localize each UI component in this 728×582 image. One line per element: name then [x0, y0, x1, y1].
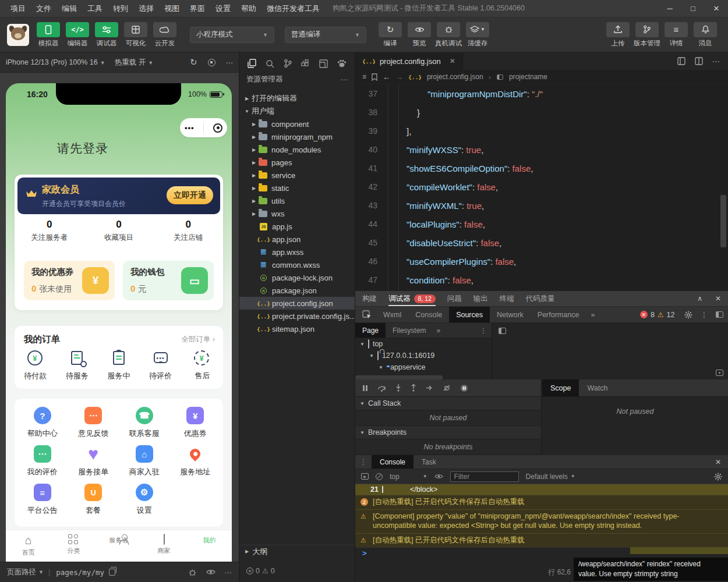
console-tab-Console[interactable]: Console	[372, 455, 414, 469]
menu-转到[interactable]: 转到	[108, 2, 133, 16]
menu-设置[interactable]: 设置	[211, 2, 235, 16]
split-editor-icon[interactable]	[677, 57, 685, 65]
grid-设置[interactable]: ⚙设置	[119, 484, 170, 522]
console-message[interactable]: ⚠[Component] property "value" of "minipr…	[355, 509, 728, 533]
close-button[interactable]: ✕	[705, 0, 728, 17]
toolbar-button-预览[interactable]: 预览	[405, 22, 434, 48]
tree-item-打开的编辑器[interactable]: ▶打开的编辑器	[239, 92, 355, 105]
menu-界面[interactable]: 界面	[185, 2, 210, 16]
files-icon[interactable]	[248, 59, 256, 68]
menu-选择[interactable]: 选择	[134, 2, 158, 16]
deactivate-breakpoints-icon[interactable]	[443, 385, 451, 392]
gear-icon[interactable]	[684, 311, 692, 319]
tree-item-project.private.config.js...[interactable]: {..}project.private.config.js...	[239, 310, 355, 322]
tab-Watch[interactable]: Watch	[579, 379, 616, 396]
minimize-button[interactable]: ─	[658, 0, 681, 17]
mode-select[interactable]: 小程序模式▼	[190, 27, 274, 43]
sources-tree-appservice[interactable]: ▼appservice	[355, 361, 492, 373]
console-tab-Task[interactable]: Task	[414, 455, 444, 469]
grid-意见反馈[interactable]: ⋯意见反馈	[68, 407, 119, 445]
grid-商家入驻[interactable]: ⌂商家入驻	[119, 445, 170, 484]
toolbar-button-清缓存[interactable]: ▼清缓存	[463, 22, 492, 48]
tree-item-app.wxss[interactable]: ≣app.wxss	[239, 246, 355, 258]
code-area[interactable]: 37"miniprogramNpmDistDir": "./"38}39],40…	[355, 84, 728, 291]
toolbar-button-调试器[interactable]: 调试器	[92, 22, 121, 48]
sources-pane-tab-Filesystem[interactable]: Filesystem	[386, 323, 433, 338]
grid-服务接单[interactable]: ♥服务接单	[68, 445, 119, 484]
menu-文件[interactable]: 文件	[31, 2, 56, 16]
toolbar-button-详情[interactable]: ≡详情	[662, 22, 691, 48]
devtools-tab-Network[interactable]: Network	[490, 307, 531, 322]
toolbar-button-模拟器[interactable]: 模拟器	[34, 22, 63, 48]
breadcrumb-file[interactable]: project.config.json	[427, 73, 483, 81]
step-icon[interactable]	[426, 385, 433, 391]
more-icon[interactable]: ⋯	[226, 58, 234, 67]
toolbar-button-编辑器[interactable]: </>编辑器	[63, 22, 92, 48]
panel-tab-构建[interactable]: 构建	[362, 291, 377, 306]
tab-服务者[interactable]: 服务者	[96, 530, 142, 562]
order-待付款[interactable]: ¥待付款	[15, 350, 56, 381]
user-avatar[interactable]	[7, 24, 29, 46]
stat-关注服务者[interactable]: 0关注服务者	[15, 219, 84, 243]
toolbar-button-可视化[interactable]: 可视化	[121, 22, 150, 48]
dock-side-icon[interactable]	[716, 311, 723, 318]
maximize-button[interactable]: □	[681, 0, 705, 17]
capsule-target-icon[interactable]	[213, 123, 222, 133]
problems-status[interactable]: ✕ 0 ⚠ 0	[239, 567, 355, 575]
inspect-icon[interactable]	[362, 310, 372, 319]
open-membership-button[interactable]: 立即开通	[167, 186, 213, 204]
clear-console-icon[interactable]	[376, 473, 383, 480]
order-待服务[interactable]: 待服务	[56, 350, 98, 381]
sources-tree-top[interactable]: ▼top	[355, 338, 492, 350]
console-message[interactable]: 2[自动热重载] 已开启代码文件保存后自动热重载	[355, 495, 728, 509]
step-into-icon[interactable]	[395, 384, 401, 392]
devtools-tab-Performance[interactable]: Performance	[531, 307, 586, 322]
tab-首页[interactable]: ⌂首页	[6, 530, 51, 562]
menu-编辑[interactable]: 编辑	[57, 2, 82, 16]
copy-icon[interactable]	[109, 569, 115, 576]
sources-tree-127.0.0.1:16019[interactable]: ▼127.0.0.1:16019	[355, 350, 492, 361]
grid-帮助中心[interactable]: ?帮助中心	[17, 407, 68, 445]
more-tabs-icon[interactable]: »	[436, 327, 440, 335]
page-path-label[interactable]: 页面路径	[7, 567, 36, 577]
grid-套餐[interactable]: ∪套餐	[68, 484, 119, 522]
tab-Scope[interactable]: Scope	[542, 379, 579, 396]
more-icon[interactable]: ⋯	[225, 568, 232, 577]
refresh-icon[interactable]: ↻	[190, 57, 197, 68]
tree-item-wxs[interactable]: ▶wxs	[239, 207, 355, 220]
pause-icon[interactable]	[362, 385, 368, 392]
menu-帮助[interactable]: 帮助	[236, 2, 261, 16]
list-icon[interactable]: ≡	[362, 73, 366, 81]
more-dots-icon[interactable]: •••	[185, 123, 195, 132]
filter-input[interactable]: Filter	[450, 471, 519, 482]
devtools-tab-Console[interactable]: Console	[408, 307, 449, 322]
hot-reload-toggle[interactable]: 热重载 开▼	[115, 58, 153, 68]
toolbar-button-版本管理[interactable]: 版本管理	[632, 22, 662, 48]
devtools-tab-Wxml[interactable]: Wxml	[376, 307, 408, 322]
console-sidebar-icon[interactable]: ▶	[361, 473, 369, 480]
log-levels-select[interactable]: Default levels▼	[526, 473, 575, 481]
grid-优惠券[interactable]: ¥优惠券	[170, 407, 221, 445]
tab-分类[interactable]: 分类	[51, 530, 97, 562]
tree-item-common.wxss[interactable]: ≣common.wxss	[239, 258, 355, 271]
tab-我的[interactable]: 我的	[186, 530, 232, 562]
tree-item-app.js[interactable]: JSapp.js	[239, 220, 355, 233]
login-prompt[interactable]: 请先登录	[57, 140, 108, 157]
toolbar-button-云开发[interactable]: 云开发	[150, 22, 179, 48]
toolbar-button-上传[interactable]: 上传	[603, 22, 632, 48]
toolbar-button-消息[interactable]: 消息	[691, 22, 720, 48]
expand-icon[interactable]: ▼	[716, 370, 723, 376]
tree-item-miniprogram_npm[interactable]: ▶miniprogram_npm	[239, 130, 355, 143]
more-icon[interactable]: ⋯	[341, 75, 348, 84]
search-icon[interactable]	[266, 59, 274, 68]
outline-section[interactable]: ▶ 大纲	[239, 545, 355, 558]
forward-arrow-icon[interactable]: →	[395, 73, 403, 81]
kebab-menu-icon[interactable]: ⋮	[480, 327, 487, 335]
stop-icon[interactable]	[208, 59, 215, 66]
more-tabs-icon[interactable]: »	[591, 311, 595, 319]
show-navigator-icon[interactable]	[499, 328, 506, 334]
compile-mode-select[interactable]: 普通编译▼	[285, 27, 366, 43]
panel-tab-终端[interactable]: 终端	[500, 291, 514, 306]
toolbar-button-编译[interactable]: ↻编译	[376, 22, 405, 48]
bookmark-icon[interactable]	[372, 73, 377, 81]
